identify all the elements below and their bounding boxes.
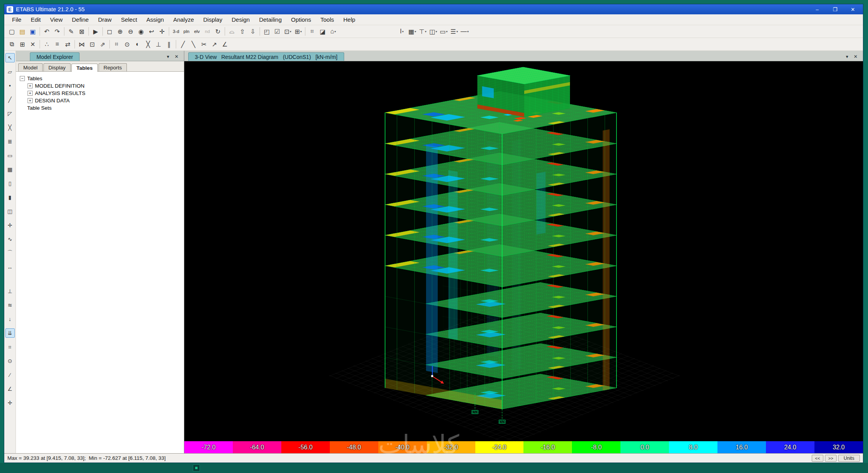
snap-to-grid-icon[interactable]: ⌗	[5, 342, 15, 352]
tab-reports[interactable]: Reports	[99, 63, 127, 71]
grid-visibility-icon[interactable]: ⌗	[307, 26, 317, 37]
tree-item[interactable]: + DESIGN DATA	[17, 97, 182, 104]
zoom-out-icon[interactable]: ⊖	[125, 26, 136, 37]
run-analysis-icon[interactable]: ▶	[90, 26, 101, 37]
section-cut-icon[interactable]: ◪	[317, 26, 328, 37]
reshape-icon[interactable]: ▱	[5, 67, 15, 76]
measure-icon[interactable]: ∠	[220, 39, 230, 50]
menu-display[interactable]: Display	[199, 15, 227, 24]
model-3d-viewport[interactable]	[184, 61, 863, 441]
menu-file[interactable]: File	[7, 15, 26, 24]
steel-joist-design-icon[interactable]: ◫	[428, 26, 438, 37]
point-load-icon[interactable]: ↓	[5, 314, 15, 324]
draw-floor-icon[interactable]: ▭	[5, 151, 15, 160]
tree-item[interactable]: Table Sets	[17, 104, 182, 112]
view-3d-icon[interactable]: 3-d	[171, 26, 181, 37]
show-load-assigns-icon[interactable]: ⊞	[293, 26, 303, 37]
steel-frame-design-icon[interactable]: I	[397, 26, 407, 37]
zoom-window-icon[interactable]: ◻	[104, 26, 115, 37]
draw-reference-point-icon[interactable]: ✛	[5, 221, 15, 230]
new-model-icon[interactable]: ▢	[7, 26, 17, 37]
replicate-icon[interactable]: ⊡	[87, 39, 97, 50]
join-frame-icon[interactable]: ╲	[188, 39, 199, 50]
snap-midpoint-icon[interactable]: ◐	[132, 39, 143, 50]
draw-link-icon[interactable]: ∿	[5, 235, 15, 244]
quick-draw-braces-icon[interactable]: ╳	[5, 123, 15, 132]
concrete-frame-design-icon[interactable]: ▦	[407, 26, 418, 37]
previous-step-button[interactable]: <<	[812, 455, 823, 462]
composite-beam-design-icon[interactable]: ⊤	[418, 26, 428, 37]
edit-grid-icon[interactable]: ⌗	[111, 39, 122, 50]
snap-to-line-icon[interactable]: ∕	[5, 370, 15, 380]
open-model-icon[interactable]: ▤	[17, 26, 28, 37]
align-points-icon[interactable]: ≡	[52, 39, 62, 50]
menu-help[interactable]: Help	[339, 15, 360, 24]
merge-points-icon[interactable]: ∴	[42, 39, 52, 50]
close-button[interactable]: ✕	[849, 7, 857, 12]
pan-icon[interactable]: ✛	[157, 26, 167, 37]
menu-detailing[interactable]: Detailing	[255, 15, 286, 24]
measure-angle-icon[interactable]: ∠	[5, 384, 15, 394]
mirror-icon[interactable]: ⋈	[76, 39, 87, 50]
menu-view[interactable]: View	[45, 15, 67, 24]
view-title-tab[interactable]: 3-D View Resultant M22 Diagram (UDConS1)…	[188, 52, 344, 61]
assign-support-icon[interactable]: ⊥	[5, 287, 15, 296]
extend-frame-icon[interactable]: ↗	[209, 39, 220, 50]
tab-display[interactable]: Display	[43, 63, 71, 71]
assign-spring-icon[interactable]: ≋	[5, 300, 15, 310]
snap-intersection-icon[interactable]: ╳	[143, 39, 153, 50]
menu-tools[interactable]: Tools	[316, 15, 339, 24]
tab-model[interactable]: Model	[18, 63, 43, 71]
origin-axes-icon[interactable]: ✛	[5, 398, 15, 407]
move-points-icon[interactable]: ⇄	[62, 39, 73, 50]
title-bar[interactable]: E ETABS Ultimate 21.2.0 - 55 – ❐ ✕	[4, 4, 863, 14]
redo-icon[interactable]: ↷	[52, 26, 62, 37]
draw-tendon-icon[interactable]: ⌒	[5, 249, 15, 258]
menu-analyze[interactable]: Analyze	[168, 15, 198, 24]
snap-perpendicular-icon[interactable]: ⊥	[153, 39, 164, 50]
concrete-slab-design-icon[interactable]: ☰	[449, 26, 459, 37]
extrude-icon[interactable]: ⇗	[97, 39, 108, 50]
explorer-close-icon[interactable]: ✕	[175, 54, 178, 59]
move-down-story-icon[interactable]: ⇩	[248, 26, 258, 37]
show-undeformed-icon[interactable]: ⊡	[282, 26, 293, 37]
snap-parallel-icon[interactable]: ∥	[164, 39, 174, 50]
lock-model-icon[interactable]: ⊠	[76, 26, 87, 37]
display-options-icon[interactable]: ☑	[272, 26, 282, 37]
move-up-story-icon[interactable]: ⇧	[237, 26, 248, 37]
next-step-button[interactable]: >>	[825, 455, 837, 462]
units-dropdown[interactable]: Units	[838, 455, 860, 462]
draw-wall-icon[interactable]: ▯	[5, 179, 15, 188]
plan-view-icon[interactable]: pln	[181, 26, 192, 37]
menu-define[interactable]: Define	[67, 15, 93, 24]
menu-options[interactable]: Options	[286, 15, 316, 24]
menu-select[interactable]: Select	[116, 15, 142, 24]
explorer-title-tab[interactable]: Model Explorer	[30, 52, 80, 61]
zoom-in-icon[interactable]: ⊕	[115, 26, 125, 37]
elevation-view-icon[interactable]: elv	[192, 26, 202, 37]
draw-frame-icon[interactable]: ╱	[5, 95, 15, 104]
undo-icon[interactable]: ↶	[42, 26, 52, 37]
named-view-icon[interactable]: nd	[202, 26, 213, 37]
rotate-view-icon[interactable]: ↻	[213, 26, 223, 37]
draw-opening-icon[interactable]: ◫	[5, 207, 15, 216]
edit-pencil-icon[interactable]: ✎	[66, 26, 76, 37]
menu-assign[interactable]: Assign	[142, 15, 168, 24]
delete-icon[interactable]: ✕	[28, 39, 38, 50]
menu-edit[interactable]: Edit	[26, 15, 45, 24]
draw-joint-icon[interactable]: •	[5, 81, 15, 90]
detailing-icon[interactable]: ―	[459, 26, 470, 37]
zoom-previous-icon[interactable]: ↩	[146, 26, 157, 37]
quick-draw-secondary-beams-icon[interactable]: ≣	[5, 137, 15, 146]
snap-endpoint-icon[interactable]: ⊙	[122, 39, 132, 50]
paste-icon[interactable]: ⊞	[17, 39, 28, 50]
view-close-icon[interactable]: ✕	[854, 54, 858, 59]
more-views-icon[interactable]: ⌂	[328, 26, 338, 37]
shear-wall-design-icon[interactable]: ▭	[438, 26, 449, 37]
divide-frame-icon[interactable]: ╱	[178, 39, 188, 50]
tab-tables[interactable]: Tables	[71, 64, 98, 72]
perspective-toggle-icon[interactable]: ⌓	[227, 26, 237, 37]
explorer-collapse-icon[interactable]: ▾	[167, 54, 169, 59]
model-3d-canvas[interactable]	[184, 61, 863, 441]
draw-dimension-icon[interactable]: ↔	[5, 262, 15, 272]
